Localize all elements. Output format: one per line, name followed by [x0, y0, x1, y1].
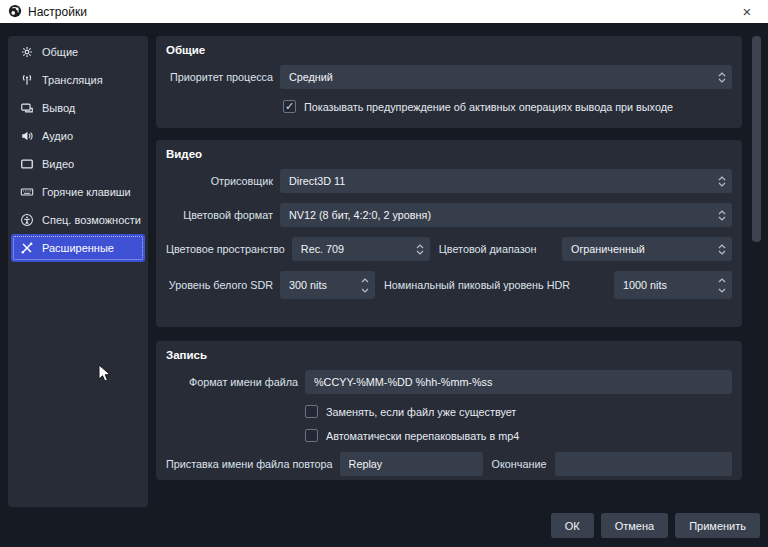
sidebar-item-label: Спец. возможности: [42, 214, 141, 226]
spinner-arrows-icon[interactable]: [718, 244, 726, 255]
settings-window: Настройки × Общие Трансляция: [0, 0, 768, 547]
filename-format-input[interactable]: [305, 370, 732, 394]
sdr-white-label: Уровень белого SDR: [166, 279, 273, 291]
remux-mp4-checkbox[interactable]: [305, 429, 318, 442]
color-format-select[interactable]: NV12 (8 бит, 4:2:0, 2 уровня): [280, 203, 732, 227]
color-space-label: Цветовое пространство: [166, 243, 285, 255]
spinner-arrows-icon[interactable]: [718, 72, 726, 83]
apply-button[interactable]: Применить: [675, 513, 760, 538]
sidebar-item-output[interactable]: Вывод: [11, 94, 145, 122]
speaker-icon: [19, 129, 34, 144]
process-priority-select[interactable]: Средний: [280, 65, 732, 89]
sidebar-item-label: Общие: [42, 46, 78, 58]
ok-button[interactable]: ОК: [551, 513, 594, 538]
video-group: Видео Отрисовщик Direct3D 11 Цветовой фо…: [156, 140, 742, 327]
replay-prefix-label: Приставка имени файла повтора: [166, 458, 333, 470]
recording-group: Запись Формат имени файла Заменять, если…: [156, 341, 742, 480]
replay-suffix-input[interactable]: [555, 452, 732, 476]
video-group-title: Видео: [166, 148, 732, 160]
overwrite-file-checkbox[interactable]: [305, 405, 318, 418]
replay-suffix-label: Окончание: [483, 458, 556, 470]
sidebar-item-general[interactable]: Общие: [11, 38, 145, 66]
color-space-select[interactable]: Rec. 709: [292, 237, 430, 261]
filename-format-label: Формат имени файла: [166, 376, 298, 388]
recording-group-title: Запись: [166, 349, 732, 361]
sidebar-item-label: Трансляция: [42, 74, 103, 86]
exit-warning-label: Показывать предупреждение об активных оп…: [304, 101, 673, 113]
keyboard-icon: [19, 185, 34, 200]
remux-mp4-label: Автоматически перепаковывать в mp4: [326, 430, 519, 442]
sidebar-item-stream[interactable]: Трансляция: [11, 66, 145, 94]
process-priority-label: Приоритет процесса: [166, 71, 273, 83]
sidebar-item-accessibility[interactable]: Спец. возможности: [11, 206, 145, 234]
spinner-arrows-icon[interactable]: [718, 210, 726, 221]
tools-icon: [19, 241, 34, 256]
broadcast-icon: [19, 73, 34, 88]
vertical-scrollbar[interactable]: [752, 36, 761, 242]
dialog-footer: ОК Отмена Применить: [551, 513, 760, 538]
monitor-icon: [19, 157, 34, 172]
sidebar-item-label: Расширенные: [42, 242, 114, 254]
output-icon: [19, 101, 34, 116]
color-range-select[interactable]: Ограниченный: [562, 237, 732, 261]
exit-warning-checkbox[interactable]: [283, 100, 296, 113]
sidebar-item-audio[interactable]: Аудио: [11, 122, 145, 150]
sidebar-item-label: Аудио: [42, 130, 73, 142]
hdr-peak-spinbox[interactable]: 1000 nits: [614, 271, 732, 299]
general-group-title: Общие: [166, 44, 732, 56]
settings-sidebar: Общие Трансляция Вывод: [8, 36, 148, 507]
sidebar-item-label: Видео: [42, 158, 74, 170]
sidebar-item-label: Вывод: [42, 102, 75, 114]
window-title: Настройки: [28, 5, 87, 19]
spinner-arrows-icon[interactable]: [361, 278, 369, 293]
sidebar-item-hotkeys[interactable]: Горячие клавиши: [11, 178, 145, 206]
cancel-button[interactable]: Отмена: [601, 513, 668, 538]
sidebar-item-label: Горячие клавиши: [42, 186, 131, 198]
overwrite-file-label: Заменять, если файл уже существует: [326, 406, 516, 418]
general-group: Общие Приоритет процесса Средний Показыв…: [156, 36, 742, 128]
spinner-arrows-icon[interactable]: [416, 244, 424, 255]
replay-prefix-input[interactable]: [340, 452, 483, 476]
color-format-label: Цветовой формат: [166, 209, 273, 221]
renderer-label: Отрисовщик: [166, 175, 273, 187]
spinner-arrows-icon[interactable]: [718, 176, 726, 187]
renderer-select[interactable]: Direct3D 11: [280, 169, 732, 193]
sdr-white-spinbox[interactable]: 300 nits: [280, 271, 375, 299]
title-bar: Настройки ×: [0, 0, 768, 23]
spinner-arrows-icon[interactable]: [718, 278, 726, 293]
color-range-label: Цветовой диапазон: [430, 243, 546, 255]
close-icon[interactable]: ×: [734, 4, 760, 19]
accessibility-icon: [19, 213, 34, 228]
sidebar-item-advanced[interactable]: Расширенные: [11, 234, 145, 262]
gear-icon: [19, 45, 34, 60]
sidebar-item-video[interactable]: Видео: [11, 150, 145, 178]
obs-logo-icon: [8, 4, 22, 20]
hdr-peak-label: Номинальный пиковый уровень HDR: [375, 279, 579, 291]
